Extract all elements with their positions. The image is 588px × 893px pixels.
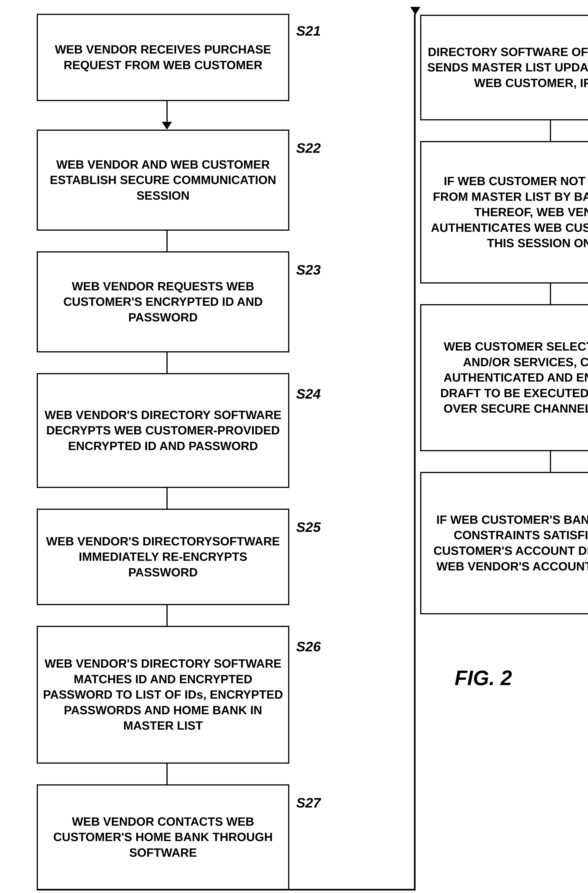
step-s28: DIRECTORY SOFTWARE OF HOME BANK SENDS MA… bbox=[420, 15, 588, 120]
step-s22: WEB VENDOR AND WEB CUSTOMER ESTABLISH SE… bbox=[37, 129, 289, 231]
arrow-s21-s22 bbox=[162, 101, 172, 129]
step-s21: WEB VENDOR RECEIVES PURCHASE REQUEST FRO… bbox=[37, 14, 289, 101]
label-s23: S23 bbox=[296, 262, 321, 278]
step-s27: WEB VENDOR CONTACTS WEB CUSTOMER'S HOME … bbox=[37, 784, 289, 890]
label-s26: S26 bbox=[296, 639, 321, 654]
connector-right-v bbox=[414, 14, 416, 890]
label-s22: S22 bbox=[296, 140, 321, 156]
diagram-container: WEB VENDOR RECEIVES PURCHASE REQUEST FRO… bbox=[0, 0, 588, 893]
step-s25: WEB VENDOR'S DIRECTORYSOFTWARE IMMEDIATE… bbox=[37, 509, 289, 605]
step-s24: WEB VENDOR'S DIRECTORY SOFTWARE DECRYPTS… bbox=[37, 373, 289, 488]
figure-label: FIG. 2 bbox=[454, 666, 512, 690]
step-s31: IF WEB CUSTOMER'S BANK IMPOSED CONSTRAIN… bbox=[420, 472, 588, 614]
step-s26: WEB VENDOR'S DIRECTORY SOFTWARE MATCHES … bbox=[37, 626, 289, 764]
step-s30: WEB CUSTOMER SELECTS GOODS AND/OR SERVIC… bbox=[420, 304, 588, 451]
label-s27: S27 bbox=[296, 795, 321, 811]
arrow-into-s28 bbox=[410, 7, 420, 15]
label-s25: S25 bbox=[296, 519, 321, 535]
step-s29: IF WEB CUSTOMER NOT REMOVED FROM MASTER … bbox=[420, 141, 588, 284]
label-s24: S24 bbox=[296, 386, 321, 402]
label-s21: S21 bbox=[296, 23, 321, 39]
step-s23: WEB VENDOR REQUESTS WEB CUSTOMER'S ENCRY… bbox=[37, 251, 289, 352]
connector-bottom-h bbox=[37, 889, 416, 890]
